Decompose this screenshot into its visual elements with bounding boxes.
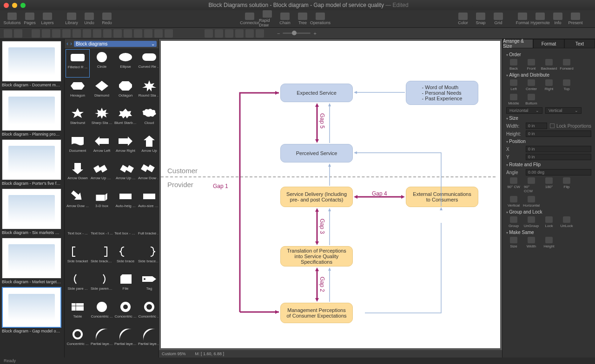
shape-cloud[interactable]: Cloud bbox=[138, 105, 159, 133]
line3-tool[interactable] bbox=[93, 29, 101, 38]
ungroup-button[interactable]: UnGroup bbox=[524, 216, 539, 228]
section-position[interactable]: Position bbox=[506, 139, 591, 144]
shape-full-bracke-[interactable]: Full bracke ... bbox=[138, 216, 159, 243]
shape-side-bracket[interactable]: Side bracket bbox=[66, 244, 90, 271]
shape-concentric-[interactable]: Concentric ... bbox=[90, 299, 113, 326]
lib-back-icon[interactable]: ‹ bbox=[66, 40, 68, 47]
pen-tool[interactable] bbox=[62, 29, 71, 38]
shape-side-brace[interactable]: Side brace bbox=[114, 244, 137, 271]
shape-starburst[interactable]: Starburst bbox=[66, 105, 90, 133]
hand-tool[interactable] bbox=[215, 29, 223, 38]
format-button[interactable]: Format bbox=[514, 13, 531, 25]
x-input[interactable]: 0 in bbox=[526, 146, 591, 152]
solutions-button[interactable]: Solutions bbox=[4, 13, 20, 25]
horizontal-button[interactable]: Horizontal bbox=[524, 196, 539, 208]
tree-button[interactable]: Tree bbox=[294, 10, 311, 27]
left-button[interactable]: Left bbox=[506, 79, 521, 91]
front-button[interactable]: Front bbox=[524, 59, 539, 71]
tab-text[interactable]: Text bbox=[564, 39, 595, 48]
thumb-3[interactable]: Block diagram - Six markets model bbox=[2, 188, 62, 235]
shape-arrow-dow-[interactable]: Arrow Dow ... bbox=[138, 161, 159, 188]
size-button[interactable]: Size bbox=[506, 237, 521, 248]
shape-ellipse[interactable]: Ellipse bbox=[114, 49, 137, 78]
group-button[interactable]: Group bbox=[506, 216, 521, 228]
flip-button[interactable]: Flip bbox=[559, 177, 574, 193]
canvas[interactable]: Customer Provider Gap 1 Gap 5 Gap 4 Gap … bbox=[161, 41, 500, 348]
grid-button[interactable]: Grid bbox=[490, 13, 507, 25]
angle-input[interactable]: 0.00 deg bbox=[526, 169, 591, 176]
distribute-vertical[interactable]: Vertical⌄ bbox=[545, 107, 582, 114]
shape-circle[interactable]: Circle bbox=[90, 49, 113, 78]
operations-button[interactable]: Operations bbox=[312, 10, 329, 27]
measure-1[interactable] bbox=[225, 29, 233, 38]
redo-button[interactable]: Redo bbox=[99, 13, 115, 25]
ellipse-tool[interactable] bbox=[42, 29, 50, 38]
eyedrop-tool[interactable] bbox=[134, 29, 142, 38]
layers-button[interactable]: Layers bbox=[39, 13, 56, 25]
y-input[interactable]: 0 in bbox=[526, 154, 591, 160]
section-size[interactable]: Size bbox=[506, 116, 591, 121]
backward-button[interactable]: Backward bbox=[542, 59, 556, 71]
curve-tool[interactable] bbox=[103, 29, 112, 38]
pages-button[interactable]: Pages bbox=[21, 13, 38, 25]
shape-auto-size-box[interactable]: Auto-size box bbox=[138, 188, 159, 216]
block-perceived[interactable]: Perceived Service bbox=[280, 144, 353, 162]
block-expected[interactable]: Expected Service bbox=[280, 84, 353, 102]
present-button[interactable]: Present bbox=[567, 13, 584, 25]
thumb-5[interactable]: Block diagram - Gap model of service q..… bbox=[2, 287, 62, 333]
shape-diamond[interactable]: Diamond bbox=[90, 78, 113, 105]
knife-tool[interactable] bbox=[154, 29, 163, 38]
section-make[interactable]: Make Same bbox=[506, 230, 591, 235]
shape-curved-re-[interactable]: Curved Re ... bbox=[138, 49, 159, 78]
tab-format[interactable]: Format bbox=[533, 39, 564, 48]
hypernote-button[interactable]: Hypernote bbox=[532, 13, 549, 25]
thumb-2[interactable]: Block diagram - Porter's five forces mod… bbox=[2, 139, 62, 186]
width-button[interactable]: Width bbox=[524, 237, 539, 248]
height-input[interactable]: 0 in bbox=[526, 130, 591, 137]
library-selector[interactable]: Block diagrams⌄ bbox=[74, 41, 157, 47]
lib-fwd-icon[interactable]: › bbox=[70, 40, 72, 47]
forward-button[interactable]: Forward bbox=[559, 59, 574, 71]
shape-arrow-up-[interactable]: Arrow Up ... bbox=[114, 161, 137, 188]
connector-button[interactable]: Connector bbox=[241, 10, 258, 27]
top-button[interactable]: Top bbox=[559, 79, 574, 91]
shape-arrow-up-left[interactable]: Arrow Up Left bbox=[90, 161, 113, 188]
shape-concentric-[interactable]: Concentric ... bbox=[114, 299, 137, 326]
rapid draw-button[interactable]: Rapid Draw bbox=[259, 10, 276, 27]
section-order[interactable]: Order bbox=[506, 52, 591, 57]
shape-hexagon[interactable]: Hexagon bbox=[66, 78, 90, 105]
thumb-0[interactable]: Block diagram - Document management... bbox=[2, 41, 62, 87]
shape-concentric-[interactable]: Concentric ... bbox=[66, 326, 90, 354]
lock-proportions[interactable]: Lock Proportions bbox=[550, 124, 591, 129]
select-tool[interactable] bbox=[14, 29, 22, 38]
lock-button[interactable]: Lock bbox=[542, 216, 556, 228]
180--button[interactable]: 180° bbox=[542, 177, 556, 193]
shape-arrow-up[interactable]: Arrow Up bbox=[138, 133, 159, 161]
shape-concentric-[interactable]: Concentric ... bbox=[138, 299, 159, 326]
shape-partial-layer-3[interactable]: Partial layer 3 bbox=[138, 326, 159, 354]
block-translation[interactable]: Translation of Perceptions into Service … bbox=[280, 246, 353, 266]
90-ccw-button[interactable]: 90° CCW bbox=[524, 177, 539, 193]
page-thumbnails[interactable]: Block diagram - Document management...Bl… bbox=[0, 39, 64, 358]
right-button[interactable]: Right bbox=[542, 79, 556, 91]
shape-round-sta-[interactable]: Round Sta ... bbox=[138, 78, 159, 105]
close-window[interactable] bbox=[4, 3, 9, 8]
unlock-button[interactable]: UnLock bbox=[559, 216, 574, 228]
height-button[interactable]: Height bbox=[542, 237, 556, 248]
shape-file[interactable]: File bbox=[114, 271, 137, 299]
shape-auto-heig-[interactable]: Auto-heig ... bbox=[114, 188, 137, 216]
shape-text-box-l-[interactable]: Text box - l ... bbox=[90, 216, 113, 243]
back-button[interactable]: Back bbox=[506, 59, 521, 71]
section-rotate[interactable]: Rotate and Flip bbox=[506, 162, 591, 167]
rect-tool[interactable] bbox=[32, 29, 40, 38]
bottom-button[interactable]: Bottom bbox=[524, 94, 539, 105]
line2-tool[interactable] bbox=[83, 29, 91, 38]
zoom-window[interactable] bbox=[20, 3, 26, 8]
section-align[interactable]: Align and Distribute bbox=[506, 72, 591, 78]
shape-sharp-sta-[interactable]: Sharp Sta ... bbox=[90, 105, 113, 133]
minimize-window[interactable] bbox=[12, 3, 17, 8]
zoom-slider[interactable]: − + bbox=[277, 31, 317, 36]
tab-arrange[interactable]: Arrange & Size bbox=[502, 39, 533, 48]
shape-3-d-box[interactable]: 3-D box bbox=[90, 188, 113, 216]
vertical-button[interactable]: Vertical bbox=[506, 196, 521, 208]
